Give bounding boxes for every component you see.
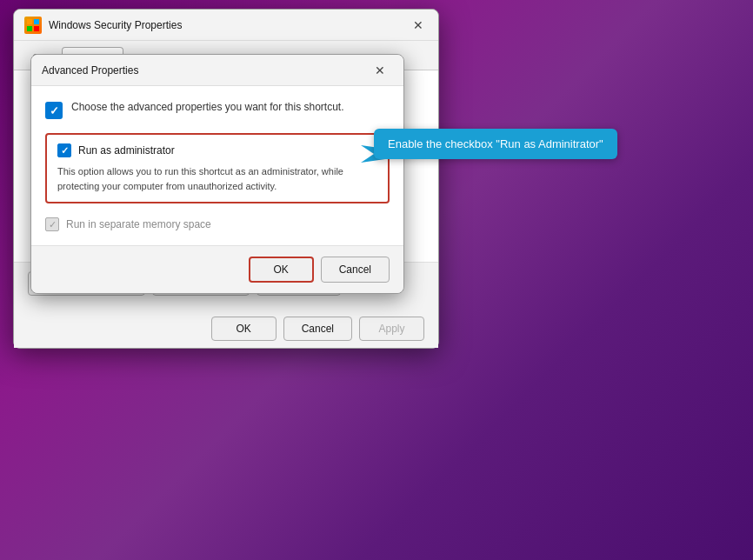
adv-cancel-button[interactable]: Cancel [321,257,390,283]
adv-header-checkbox[interactable] [45,102,63,119]
tooltip-box: Enable the checkbox "Run as Adminitrator… [374,129,617,159]
adv-header-text: Choose the advanced properties you want … [71,100,344,115]
windows-security-icon [24,17,42,34]
adv-dialog-body: Choose the advanced properties you want … [31,86,403,245]
main-window-titlebar: Windows Security Properties ✕ [14,10,438,41]
adv-dialog-close-button[interactable]: ✕ [367,60,393,81]
adv-header-row: Choose the advanced properties you want … [45,100,390,119]
run-as-admin-label: Run as administrator [78,144,175,157]
run-as-admin-row: Run as administrator [57,143,377,157]
adv-dialog-footer: OK Cancel [31,245,403,293]
main-cancel-button[interactable]: Cancel [283,317,352,341]
run-separate-label: Run in separate memory space [66,218,211,230]
svg-rect-0 [27,19,32,24]
adv-dialog-titlebar: Advanced Properties ✕ [31,55,403,86]
run-as-admin-description: This option allows you to run this short… [57,164,377,193]
main-footer: OK Cancel Apply [14,310,438,348]
tooltip-text: Enable the checkbox "Run as Adminitrator… [388,137,603,150]
main-ok-button[interactable]: OK [211,317,277,341]
run-as-admin-box: Run as administrator This option allows … [45,133,390,203]
main-apply-button: Apply [359,317,424,341]
main-window-title: Windows Security Properties [49,19,398,31]
run-separate-checkbox [45,217,59,231]
svg-rect-1 [34,19,39,24]
svg-rect-3 [34,26,39,31]
main-window-close-button[interactable]: ✕ [398,12,438,38]
run-as-admin-checkbox[interactable] [57,143,71,157]
adv-ok-button[interactable]: OK [249,257,314,283]
run-separate-row: Run in separate memory space [45,214,390,231]
svg-rect-2 [27,26,32,31]
advanced-properties-dialog: Advanced Properties ✕ Choose the advance… [30,54,404,294]
adv-dialog-title: Advanced Properties [42,64,367,77]
